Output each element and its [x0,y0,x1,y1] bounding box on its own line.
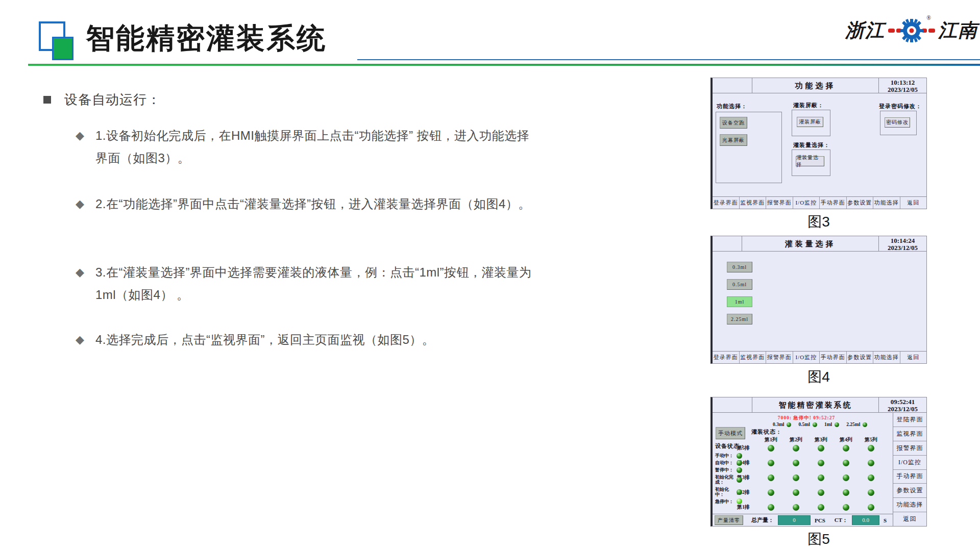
total-production-unit: PCS [815,517,825,523]
led-icon [793,489,799,496]
led-icon [737,477,742,483]
volume-select-button[interactable]: 灌装量选择 [796,156,824,166]
status-initializing: 初始化中： [715,487,748,497]
page-title: 智能精密灌装系统 [86,19,327,58]
fill-row-3: 第3排 [737,474,884,481]
fig5-header: 智能精密灌装系统 09:52:41 2023/12/05 [713,397,926,413]
status-manual: 手动中： [715,453,748,459]
indicator-0-5ml: 0.5ml [798,422,817,427]
col-header-4: 第4列 [834,436,859,443]
nav-monitor[interactable]: 监视界面 [740,197,767,209]
nav-function[interactable]: 功能选择 [873,197,900,209]
diamond-bullet-icon: ◆ [76,124,84,169]
brand-text-left: 浙江 [845,18,885,43]
fill-status-label: 灌装状态： [751,428,782,436]
fig3-header: 功能选择 10:13:12 2023/12/05 [713,78,926,93]
nav-io[interactable]: I/O监控 [793,352,820,363]
diamond-bullet-icon: ◆ [76,261,84,306]
step-text-1: 1.设备初始化完成后，在HMI触摸屏界面上点击“功能选择” 按钮，进入功能选择界… [95,124,540,169]
led-icon [793,445,799,452]
status-paused: 暂停中： [715,467,748,473]
nav-alarm[interactable]: 报警界面 [766,352,793,363]
step-text-2: 2.在“功能选择”界面中点击“灌装量选择”按钮，进入灌装量选择界面（如图4）。 [95,193,531,215]
fig3-screen: 功能选择 10:13:12 2023/12/05 功能选择： 设备空跑 光幕屏蔽… [710,78,927,209]
light-curtain-shield-button[interactable]: 光幕屏蔽 [720,134,747,146]
fig4-header: 灌装量选择 10:14:24 2023/12/05 [713,236,926,252]
status-estop: 急停中： [715,498,748,504]
col-header-3: 第3列 [808,436,834,443]
nav-function[interactable]: 功能选择 [873,352,900,363]
nav-return[interactable]: 返回 [900,352,927,363]
nav-params[interactable]: 参数设置 [847,352,874,363]
fill-row-5: 第5排 [737,444,884,452]
fig3-caption: 图3 [710,212,927,232]
led-icon [868,489,874,496]
led-icon [787,422,791,427]
led-icon-active [737,498,742,504]
nav-params[interactable]: 参数设置 [893,484,926,498]
clear-production-button[interactable]: 产量清零 [715,515,743,525]
led-icon [768,474,774,481]
led-icon [843,474,849,481]
fig4-clock: 10:14:24 2023/12/05 [878,236,926,251]
step-item-2: ◆ 2.在“功能选择”界面中点击“灌装量选择”按钮，进入灌装量选择界面（如图4）… [76,193,540,215]
nav-return[interactable]: 返回 [900,197,927,209]
led-icon [768,445,774,452]
fig4-title: 灌装量选择 [742,236,878,251]
fill-shield-button[interactable]: 灌装屏蔽 [797,117,823,127]
fig3-header-left-cell [713,78,752,93]
led-icon [793,504,799,511]
lead-text: 设备自动运行： [64,91,161,109]
nav-io[interactable]: I/O监控 [793,197,820,209]
nav-io[interactable]: I/O监控 [893,456,926,470]
nav-return[interactable]: 返回 [893,512,926,526]
registered-mark: ® [926,14,931,22]
nav-manual[interactable]: 手动界面 [820,197,847,209]
led-icon [818,504,824,511]
fig5-title: 智能精密灌装系统 [752,397,878,412]
led-icon [863,422,867,427]
ct-value: 0.0 [852,515,879,525]
lead-bullet-row: 设备自动运行： [43,91,161,109]
step-item-3: ◆ 3.在“灌装量选择”界面中选择需要灌装的液体量，例：点击“1ml”按钮，灌装… [76,261,540,306]
volume-0-3ml-button[interactable]: 0.3ml [727,262,752,272]
led-icon [813,422,817,427]
device-status-label: 设备状态： [715,442,748,450]
led-icon [793,460,799,466]
nav-function[interactable]: 功能选择 [893,498,926,512]
fig4-time: 10:14:24 [879,237,926,244]
device-dry-run-button[interactable]: 设备空跑 [720,117,747,129]
led-icon [868,460,874,466]
volume-2-25ml-button[interactable]: 2.25ml [727,314,752,324]
step-text-3: 3.在“灌装量选择”界面中选择需要灌装的液体量，例：点击“1ml”按钮，灌装量为… [95,261,540,306]
indicator-2-25ml: 2.25ml [846,422,867,427]
nav-manual[interactable]: 手动界面 [893,470,926,484]
fill-volume-indicators: 0.3ml 0.5ml 1ml 2.25ml [773,422,867,427]
nav-alarm[interactable]: 报警界面 [893,441,926,456]
fig4-header-left-cell [713,236,742,251]
nav-params[interactable]: 参数设置 [847,197,874,209]
slide: 智能精密灌装系统 浙江 [0,0,980,551]
led-icon [793,474,799,481]
brand-text-right: 江南 [938,18,978,43]
title-decor-square-green [52,37,74,60]
manual-mode-button[interactable]: 手动模式 [716,427,745,439]
fill-row-4: 第4排 [737,459,884,466]
volume-0-5ml-button[interactable]: 0.5ml [727,279,752,290]
nav-login[interactable]: 登陆界面 [893,413,926,427]
step-text-4: 4.选择完成后，点击“监视界面”，返回主页面监视（如图5）。 [95,329,434,351]
fig3-vol-label: 灌装量选择： [793,141,830,149]
nav-manual[interactable]: 手动界面 [820,352,847,363]
nav-monitor[interactable]: 监视界面 [893,427,926,441]
nav-monitor[interactable]: 监视界面 [740,352,767,363]
nav-login[interactable]: 登录界面 [713,197,740,209]
nav-alarm[interactable]: 报警界面 [766,197,793,209]
led-icon [737,467,742,473]
password-change-button[interactable]: 密码修改 [885,117,910,128]
led-icon [835,422,839,427]
fig5-bottom-bar: 产量清零 总产量： 0 PCS CT： 0.0 S [713,514,893,526]
led-icon [818,445,824,452]
volume-1ml-button-active[interactable]: 1ml [727,296,752,307]
fill-row-2: 第2排 [737,489,884,496]
nav-login[interactable]: 登录界面 [713,352,740,363]
